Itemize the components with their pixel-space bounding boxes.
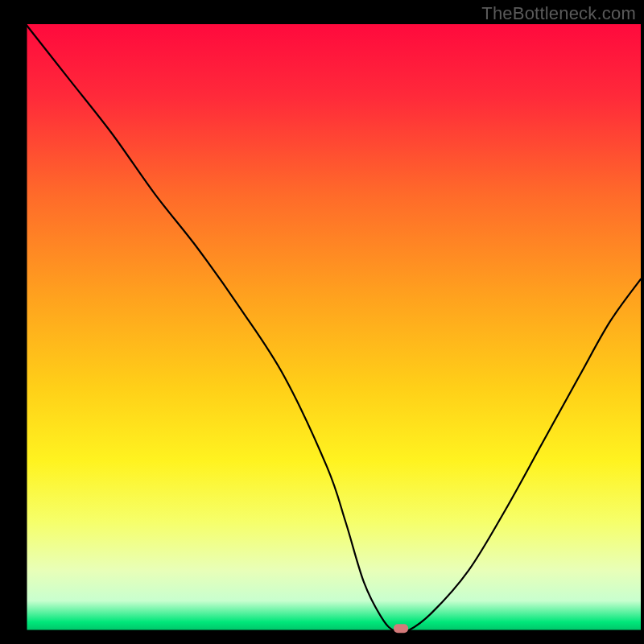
watermark-label: TheBottleneck.com — [481, 3, 636, 24]
plot-background — [26, 24, 641, 631]
chart-frame: TheBottleneck.com — [0, 0, 644, 644]
optimal-point-marker — [394, 624, 408, 633]
bottleneck-chart — [0, 0, 644, 644]
